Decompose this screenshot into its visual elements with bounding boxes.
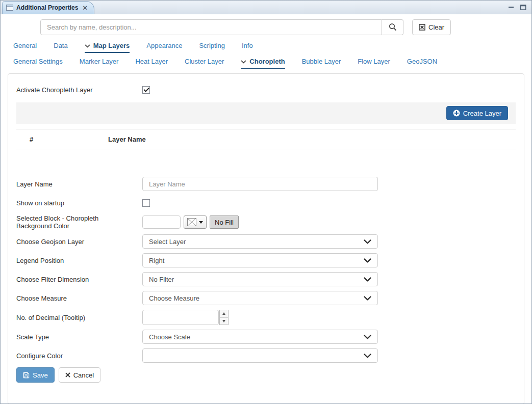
layer-name-input[interactable]	[142, 177, 378, 191]
layer-toolbar: Create Layer	[16, 102, 516, 124]
save-button-label: Save	[33, 371, 48, 379]
tab-choropleth[interactable]: Choropleth	[241, 58, 285, 69]
x-mark-icon	[65, 372, 70, 378]
spinner-up-button[interactable]	[220, 310, 228, 318]
scale-type-row: Scale Type Choose Scale	[16, 330, 516, 344]
decimals-input[interactable]	[142, 310, 219, 325]
floppy-disk-icon	[23, 372, 30, 379]
tab-label: Marker Layer	[80, 58, 119, 65]
chevron-down-icon	[85, 44, 90, 48]
legend-position-row: Legend Position Right	[16, 253, 516, 267]
tab-data[interactable]: Data	[54, 42, 67, 53]
clear-button-label: Clear	[428, 23, 444, 31]
chevron-down-icon	[364, 239, 371, 244]
spinner-down-button[interactable]	[220, 318, 228, 325]
tab-label: Scripting	[199, 42, 225, 49]
tab-label: Flow Layer	[358, 58, 390, 65]
chevron-down-icon	[364, 296, 371, 301]
select-value: Choose Measure	[149, 294, 199, 302]
filter-dimension-label: Choose Filter Dimension	[16, 276, 142, 283]
close-icon[interactable]: ✕	[82, 5, 88, 11]
tab-general[interactable]: General	[13, 42, 37, 53]
search-group	[40, 19, 403, 35]
window-title: Additional Properties	[16, 4, 78, 11]
show-on-startup-label: Show on startup	[16, 199, 142, 207]
tab-heat-layer[interactable]: Heat Layer	[135, 58, 168, 69]
measure-select[interactable]: Choose Measure	[142, 291, 378, 305]
chevron-down-icon	[364, 354, 371, 358]
search-button[interactable]	[382, 19, 403, 35]
tab-label: Appearance	[146, 42, 182, 49]
background-color-label: Selected Block - Choropleth Background C…	[16, 214, 142, 230]
legend-position-select[interactable]: Right	[142, 253, 378, 267]
tab-marker-layer[interactable]: Marker Layer	[80, 58, 119, 69]
filter-dimension-select[interactable]: No Filter	[142, 272, 378, 286]
cancel-button-label: Cancel	[73, 371, 94, 379]
select-value: No Filter	[149, 276, 174, 283]
activate-choropleth-label: Activate Choropleth Layer	[16, 86, 142, 94]
properties-window-icon	[6, 5, 13, 11]
tab-label: Choropleth	[249, 58, 285, 65]
tab-bubble-layer[interactable]: Bubble Layer	[302, 58, 341, 69]
titlebar: Additional Properties ✕	[1, 1, 531, 14]
tab-flow-layer[interactable]: Flow Layer	[358, 58, 390, 69]
geojson-layer-row: Choose Geojson Layer Select Layer	[16, 234, 516, 249]
clear-box-x-icon	[419, 24, 425, 31]
filter-dimension-row: Choose Filter Dimension No Filter	[16, 272, 516, 286]
tab-label: Cluster Layer	[185, 58, 224, 65]
layer-name-row: Layer Name	[16, 177, 516, 191]
background-color-input[interactable]	[142, 216, 181, 229]
additional-properties-window: Additional Properties ✕ Clear	[0, 0, 532, 404]
create-layer-button[interactable]: Create Layer	[446, 106, 508, 120]
search-input[interactable]	[40, 19, 382, 35]
tab-label: Info	[242, 42, 253, 49]
select-value: Select Layer	[149, 238, 186, 246]
search-row: Clear	[40, 19, 531, 35]
tab-label: Bubble Layer	[302, 58, 341, 65]
layer-table: # Layer Name	[16, 129, 516, 168]
clear-button[interactable]: Clear	[412, 19, 451, 35]
activate-choropleth-row: Activate Choropleth Layer	[16, 85, 516, 95]
layer-name-label: Layer Name	[16, 180, 142, 188]
form-actions: Save Cancel	[16, 367, 516, 383]
tab-cluster-layer[interactable]: Cluster Layer	[185, 58, 224, 69]
layer-table-body-empty	[16, 149, 516, 168]
tab-scripting[interactable]: Scripting	[199, 42, 225, 53]
save-button[interactable]: Save	[16, 367, 55, 383]
minimize-icon[interactable]	[509, 5, 514, 10]
color-picker-dropdown[interactable]	[184, 216, 207, 229]
view-tab-additional-properties[interactable]: Additional Properties ✕	[2, 1, 94, 14]
show-on-startup-row: Show on startup	[16, 196, 516, 210]
search-icon	[389, 23, 397, 31]
configure-color-select[interactable]	[142, 348, 378, 363]
measure-label: Choose Measure	[16, 294, 142, 302]
window-controls	[509, 5, 526, 10]
legend-position-label: Legend Position	[16, 257, 142, 264]
configure-color-label: Configure Color	[16, 352, 142, 360]
plus-circle-icon	[453, 110, 460, 117]
cancel-button[interactable]: Cancel	[59, 367, 100, 383]
scale-type-select[interactable]: Choose Scale	[142, 330, 378, 344]
tab-info[interactable]: Info	[242, 42, 253, 53]
tab-map-layers[interactable]: Map Layers	[85, 42, 130, 53]
tab-appearance[interactable]: Appearance	[146, 42, 182, 53]
chevron-down-icon	[364, 258, 371, 263]
activate-choropleth-checkbox[interactable]	[142, 86, 150, 94]
geojson-layer-select[interactable]: Select Layer	[142, 234, 378, 249]
tab-general-settings[interactable]: General Settings	[13, 58, 63, 69]
decimals-stepper	[142, 310, 229, 325]
measure-row: Choose Measure Choose Measure	[16, 291, 516, 305]
show-on-startup-checkbox[interactable]	[142, 199, 150, 207]
decimals-row: No. of Decimal (Tooltip)	[16, 310, 516, 325]
caret-down-icon	[199, 221, 203, 224]
no-fill-button[interactable]: No Fill	[210, 216, 239, 229]
select-value: Choose Scale	[149, 333, 190, 341]
scale-type-label: Scale Type	[16, 333, 142, 341]
geojson-layer-label: Choose Geojson Layer	[16, 238, 142, 246]
layer-table-header: # Layer Name	[16, 129, 516, 149]
chevron-down-icon	[241, 60, 246, 64]
tab-label: GeoJSON	[407, 58, 437, 65]
tab-geojson[interactable]: GeoJSON	[407, 58, 437, 69]
column-header-number: #	[16, 136, 93, 143]
maximize-icon[interactable]	[520, 5, 526, 10]
